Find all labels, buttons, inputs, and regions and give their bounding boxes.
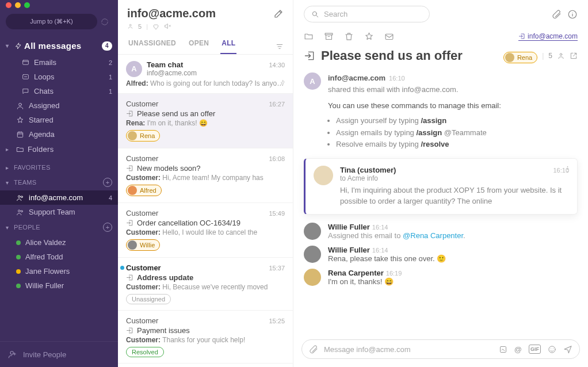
section-favorites[interactable]: ▸FAVORITES [0, 160, 118, 174]
tab-open[interactable]: OPEN [188, 39, 210, 54]
gif-icon[interactable]: GIF [529, 345, 541, 354]
svg-point-9 [129, 24, 131, 26]
thread-item[interactable]: Customer15:37 Address update Customer: H… [118, 258, 293, 311]
section-people[interactable]: ▾PEOPLE+ [0, 219, 118, 235]
context-link[interactable]: info@acme.com [518, 32, 578, 41]
conversation-body: A info@acme.com16:10 shared this email w… [293, 70, 588, 335]
star-icon[interactable] [364, 32, 374, 41]
assignee-chip[interactable]: Willie [126, 239, 160, 251]
team-icon [16, 194, 24, 202]
send-icon[interactable] [563, 345, 572, 354]
assignee-chip[interactable]: Unassigned [126, 294, 171, 304]
team-support[interactable]: Support Team [0, 205, 118, 219]
person-alfred[interactable]: Alfred Todd [0, 250, 118, 264]
mailbox-meta: 5 | [127, 22, 284, 30]
chat-message: Willie Fuller16:14 Assigned this email t… [304, 223, 578, 240]
nav-label: Assigned [29, 101, 59, 110]
add-team-button[interactable]: + [103, 178, 112, 187]
share-in-icon [304, 50, 315, 62]
close-window[interactable] [6, 2, 12, 8]
folder-icon[interactable] [304, 32, 314, 41]
attach-icon[interactable] [309, 345, 318, 354]
person-alice[interactable]: Alice Valdez [0, 235, 118, 250]
nav-loops[interactable]: Loops1 [0, 70, 118, 84]
sidebar: Jump to (⌘+K) ▾ All messages 4 Emails2 L… [0, 0, 118, 367]
sys-line: shared this email with info@acme.com. [328, 84, 501, 95]
archive-icon[interactable] [324, 32, 334, 41]
info-icon[interactable] [567, 9, 578, 20]
nav-assigned[interactable]: Assigned [0, 98, 118, 113]
message-composer[interactable]: Message info@acme.com @ GIF [301, 339, 580, 359]
section-teams[interactable]: ▾TEAMS+ [0, 174, 118, 190]
thread-author: Customer: [126, 283, 161, 291]
msg-time: 16:14 [372, 224, 388, 231]
nav-all-messages[interactable]: ▾ All messages 4 [0, 36, 118, 55]
section-label: PEOPLE [14, 224, 40, 231]
nav-emails[interactable]: Emails2 [0, 55, 118, 70]
add-person-button[interactable]: + [103, 223, 112, 232]
trash-icon[interactable] [344, 32, 354, 41]
tab-all[interactable]: ALL [220, 39, 236, 54]
thread-item[interactable]: Customer16:27 Please send us an offer Re… [118, 94, 293, 148]
msg-text: . [463, 231, 465, 240]
attachment-icon[interactable] [552, 9, 562, 19]
thread-preview: Hello, I would like to cancel the [162, 228, 257, 236]
tab-unassigned[interactable]: UNASSIGNED [127, 39, 177, 54]
count: 2 [109, 59, 112, 66]
team-avatar: A [126, 61, 142, 77]
calendar-icon [16, 131, 24, 139]
mention[interactable]: @Rena Carpenter [403, 231, 463, 240]
detail-pane: Search info@acme.com Please send us an o… [293, 0, 588, 367]
open-external-icon[interactable] [570, 52, 578, 60]
svg-point-7 [21, 210, 22, 212]
thread-item[interactable]: Customer15:25 Payment issues Customer: T… [118, 311, 293, 364]
team-info-acme[interactable]: info@acme.com4 [0, 190, 118, 205]
heart-icon[interactable] [152, 23, 159, 30]
assignee-chip[interactable]: Rena [503, 52, 537, 63]
nav-chats[interactable]: Chats1 [0, 84, 118, 98]
members-icon [127, 23, 133, 29]
status-chip[interactable]: Resolved [126, 347, 164, 357]
members-icon[interactable] [557, 52, 565, 60]
mute-icon[interactable] [164, 22, 171, 30]
snippet-icon[interactable] [499, 345, 507, 354]
maximize-window[interactable] [24, 2, 30, 8]
thread-item[interactable]: Customer15:49 Order cancellation OC-1634… [118, 203, 293, 258]
team-avatar: A [304, 72, 321, 90]
count: 1 [109, 74, 112, 81]
person-willie[interactable]: Willie Fuller [0, 278, 118, 293]
thread-author: Alfred: [126, 79, 148, 87]
thread-preview: Thanks for your quick help! [162, 336, 245, 344]
compose-button[interactable] [273, 9, 284, 19]
nav-agenda[interactable]: Agenda [0, 127, 118, 142]
thread-item[interactable]: Customer15:11 [118, 364, 293, 367]
share-in-icon [126, 110, 133, 117]
thread-preview: I'm on it, thanks! 😄 [147, 119, 208, 127]
more-icon[interactable]: ⋮ [564, 165, 571, 173]
assignee-chip[interactable]: Rena [126, 130, 160, 142]
thread-from: Customer [126, 316, 158, 325]
mention-icon[interactable]: @ [514, 345, 522, 354]
mark-unread-icon[interactable] [384, 32, 394, 41]
unread-dot [120, 266, 124, 270]
thread-item[interactable]: Customer16:08 New models soon? Customer:… [118, 148, 293, 203]
search-placeholder: Search [324, 10, 348, 18]
nav-starred[interactable]: Starred [0, 113, 118, 127]
minimize-window[interactable] [15, 2, 21, 8]
invite-people-button[interactable]: Invite People [0, 341, 118, 367]
refresh-icon[interactable] [97, 18, 112, 26]
nav-label: Emails [34, 58, 56, 67]
emoji-icon[interactable] [548, 345, 556, 354]
nav-folders[interactable]: ▸Folders [0, 142, 118, 157]
assignee-chip[interactable]: Alfred [126, 185, 162, 196]
search-input[interactable]: Search [304, 6, 430, 22]
thread-item[interactable]: A Team chat14:30 info@acme.com Alfred: W… [118, 55, 293, 94]
pin-icon[interactable] [277, 79, 286, 87]
person-jane[interactable]: Jane Flowers [0, 264, 118, 278]
email-card[interactable]: Tina (customer)16:10 to Acme info Hi, I'… [304, 158, 578, 215]
sys-intro: You can use these commands to manage thi… [328, 100, 501, 112]
jump-to-button[interactable]: Jump to (⌘+K) [6, 14, 97, 29]
person-label: Alfred Todd [25, 253, 63, 261]
msg-time: 16:14 [372, 247, 388, 254]
filter-button[interactable] [276, 39, 284, 54]
